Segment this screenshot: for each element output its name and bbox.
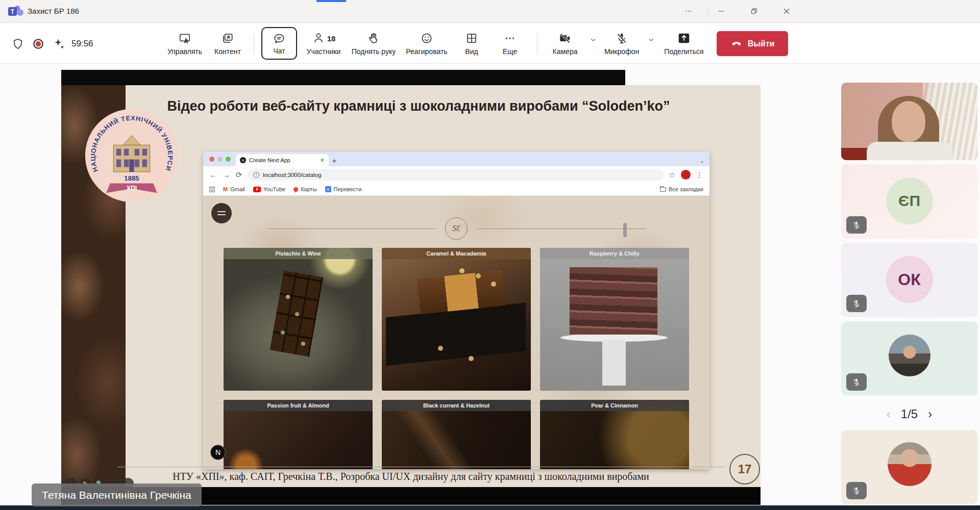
leave-button[interactable]: Выйти bbox=[717, 31, 788, 56]
address-bar: i localhost:3000/catalog bbox=[248, 169, 664, 181]
reload-icon: ⟳ bbox=[235, 170, 243, 180]
mic-off-icon bbox=[615, 32, 629, 45]
participants-panel: ЄП ОК ‹ 1/5 › bbox=[841, 83, 977, 505]
url-text: localhost:3000/catalog bbox=[263, 172, 321, 178]
security-shield-icon bbox=[10, 23, 26, 64]
apps-grid-icon bbox=[209, 187, 215, 192]
window-titlebar: T Захист БР 186 bbox=[0, 0, 980, 23]
nextjs-dev-badge: N bbox=[210, 445, 226, 460]
stage-scrollbar-thumb[interactable] bbox=[623, 223, 627, 237]
camera-button[interactable]: Камера bbox=[543, 23, 587, 64]
product-label: Pistachio & Wine bbox=[224, 248, 373, 259]
share-up-icon bbox=[677, 32, 691, 45]
bookmark-translate: AПеревести bbox=[325, 186, 362, 192]
minimize-button[interactable] bbox=[709, 0, 733, 22]
restore-button[interactable] bbox=[742, 0, 766, 22]
chat-bubble-icon bbox=[273, 32, 286, 45]
participant-tile[interactable] bbox=[841, 321, 977, 396]
website-content: SƐ Pistachio & Wine Caramel & Macadamia … bbox=[203, 196, 709, 469]
more-button[interactable]: Еще bbox=[493, 23, 527, 64]
content-button[interactable]: Контент bbox=[208, 23, 247, 64]
muted-mic-badge bbox=[846, 295, 867, 312]
smiley-icon bbox=[420, 32, 433, 45]
product-label: Black currant & Hazelnut bbox=[382, 400, 531, 411]
nextjs-favicon: N bbox=[240, 157, 246, 163]
ellipsis-icon bbox=[503, 32, 517, 45]
titlebar-divider bbox=[707, 6, 708, 16]
browser-toolbar: ← → ⟳ i localhost:3000/catalog ☆ ⋮ bbox=[203, 166, 709, 183]
raised-hand-icon bbox=[367, 32, 380, 45]
all-bookmarks: Все закладки bbox=[660, 186, 703, 192]
shared-content-stage: НАЦІОНАЛЬНИЙ ТЕХНІЧНИЙ УНІВЕРСИТЕТ 1885 … bbox=[61, 70, 761, 505]
participant-avatar bbox=[889, 335, 930, 376]
participant-tile[interactable] bbox=[841, 430, 977, 504]
chat-button[interactable]: Чат bbox=[261, 27, 297, 60]
phone-hangup-icon bbox=[730, 37, 743, 51]
view-button[interactable]: Вид bbox=[457, 23, 486, 64]
tab-title: Create Next App bbox=[249, 157, 290, 163]
mic-button[interactable]: Микрофон bbox=[598, 23, 645, 64]
toolbar-divider bbox=[537, 34, 537, 54]
participants-button[interactable]: 18 Участники bbox=[302, 23, 345, 64]
map-pin-icon bbox=[292, 186, 299, 193]
camera-chevron-icon[interactable] bbox=[589, 36, 597, 45]
share-button[interactable]: Поделиться bbox=[660, 23, 707, 64]
product-grid: Pistachio & Wine Caramel & Macadamia Ras… bbox=[224, 248, 689, 469]
browser-screenshot: N Create Next App ✕ + ⌄ ← → ⟳ i localhos… bbox=[203, 151, 709, 469]
presenter-name-label: Тетяна Валентинівна Гречкіна bbox=[32, 483, 202, 506]
site-info-icon: i bbox=[253, 172, 259, 178]
react-button[interactable]: Реагировать bbox=[402, 23, 451, 64]
muted-mic-badge bbox=[846, 216, 867, 234]
pagination-prev-icon[interactable]: ‹ bbox=[887, 407, 891, 421]
bookmark-youtube: YouTube bbox=[253, 186, 285, 192]
window-title: Захист БР 186 bbox=[28, 0, 79, 22]
participant-initials: ОК bbox=[886, 256, 933, 303]
university-seal: НАЦІОНАЛЬНИЙ ТЕХНІЧНИЙ УНІВЕРСИТЕТ 1885 … bbox=[84, 108, 180, 203]
titlebar-more-button[interactable] bbox=[677, 0, 700, 22]
bookmark-gmail: MGmail bbox=[223, 186, 245, 192]
product-image bbox=[224, 248, 373, 391]
close-button[interactable] bbox=[775, 0, 798, 22]
participant-initials: ЄП bbox=[886, 177, 933, 224]
grid-view-icon bbox=[465, 32, 478, 45]
recording-indicator-icon bbox=[31, 23, 46, 64]
bookmarks-bar: MGmail YouTube Карты AПеревести Все закл… bbox=[203, 183, 709, 196]
product-card: Passion fruit & Almond bbox=[224, 400, 373, 469]
copilot-sparkle-icon[interactable] bbox=[51, 23, 67, 64]
product-label: Raspberry & Chilly bbox=[540, 248, 689, 259]
meeting-timer: 59:56 bbox=[71, 23, 93, 64]
participant-tile[interactable]: ОК bbox=[841, 243, 977, 317]
mic-chevron-icon[interactable] bbox=[647, 36, 655, 45]
tab-strip-chevron-icon: ⌄ bbox=[700, 158, 704, 164]
participant-avatar bbox=[888, 442, 932, 486]
muted-mic-badge bbox=[846, 482, 867, 499]
product-card: Caramel & Macadamia bbox=[382, 248, 531, 391]
mac-minimize-icon bbox=[217, 157, 223, 162]
stage-letterbox-top bbox=[61, 70, 625, 85]
slide-footer-text: НТУ «ХПІ», каф. САІТ, Гречкіна Т.В., Роз… bbox=[133, 471, 689, 482]
seal-ribbon-text: ХПІ bbox=[127, 185, 137, 192]
share-window-icon bbox=[221, 32, 234, 45]
gmail-icon: M bbox=[223, 186, 228, 192]
product-image bbox=[540, 248, 689, 391]
new-tab-icon: + bbox=[329, 154, 340, 166]
folder-icon bbox=[660, 187, 666, 192]
pagination-next-icon[interactable]: › bbox=[928, 407, 932, 421]
control-button[interactable]: Управлять bbox=[159, 23, 210, 64]
raise-hand-button[interactable]: Поднять руку bbox=[348, 23, 399, 64]
site-logo-row: SƐ bbox=[203, 217, 709, 240]
browser-tab-strip: N Create Next App ✕ + ⌄ bbox=[203, 151, 709, 166]
mac-close-icon bbox=[209, 157, 214, 162]
person-icon bbox=[312, 31, 325, 46]
participant-tile[interactable]: ЄП bbox=[841, 164, 977, 239]
slide-page-number: 17 bbox=[729, 454, 760, 484]
translate-icon: A bbox=[325, 186, 331, 192]
teams-logo-icon: T bbox=[8, 6, 23, 17]
slide-footer-rule bbox=[117, 467, 725, 467]
mac-zoom-icon bbox=[226, 157, 231, 162]
product-label: Pear & Cinnamon bbox=[540, 400, 689, 411]
site-monogram-logo: SƐ bbox=[445, 217, 468, 240]
back-icon: ← bbox=[209, 170, 217, 179]
participant-video-tile[interactable] bbox=[841, 83, 977, 160]
muted-mic-badge bbox=[846, 373, 867, 391]
